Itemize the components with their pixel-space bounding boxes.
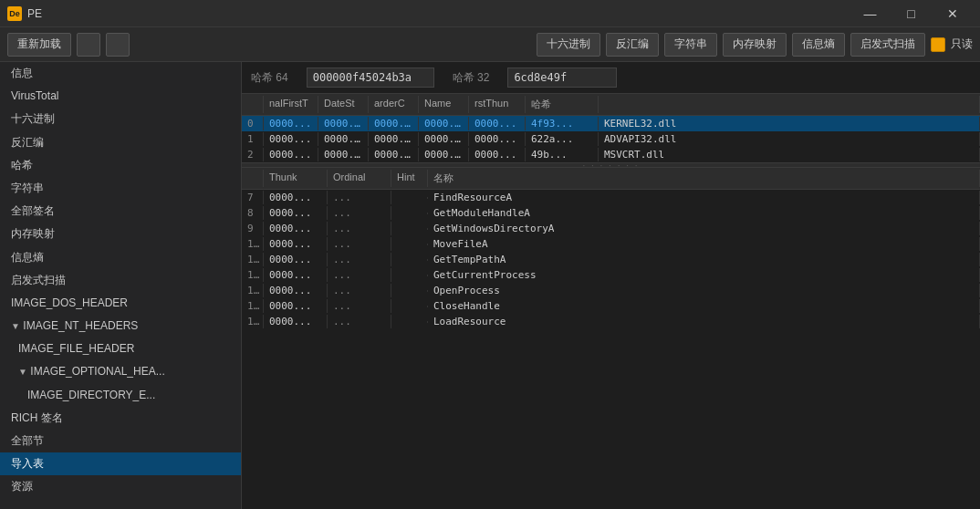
td-hash-1: 622a... [526, 132, 599, 146]
th-rstThun: rstThun [469, 96, 526, 113]
sidebar-item-hash[interactable]: 哈希 [0, 154, 241, 177]
td-iat-2: 0000... [469, 148, 526, 161]
readonly-label: 只读 [951, 36, 973, 52]
tab-heuristic[interactable]: 启发式扫描 [850, 33, 925, 57]
sidebar: 信息 VirusTotal 十六进制 反汇编 哈希 字符串 全部签名 内存映射 … [0, 62, 242, 509]
minimize-button[interactable]: — [850, 0, 891, 27]
func-idx-13: 13 [242, 284, 264, 297]
sidebar-item-sections[interactable]: 全部节 [0, 430, 241, 452]
sidebar-item-rich[interactable]: RICH 签名 [0, 407, 241, 430]
window-controls: — □ ✕ [850, 0, 973, 27]
import-top-header: nalFirstT DateSt arderC Name rstThun 哈希 [242, 94, 980, 116]
func-row-7[interactable]: 7 0000... ... FindResourceA [242, 190, 980, 205]
readonly-checkbox[interactable] [931, 37, 945, 52]
tab-strings[interactable]: 字符串 [664, 33, 717, 57]
td-name-rva-2: 0000... [419, 148, 469, 161]
func-row-14[interactable]: 14 0000... ... CloseHandle [242, 298, 980, 314]
bottom-section: Thunk Ordinal Hint 名称 7 0000... ... Find… [242, 168, 980, 509]
func-name-13: OpenProcess [428, 284, 980, 297]
func-row-11[interactable]: 11 0000... ... GetTempPathA [242, 252, 980, 267]
sidebar-item-hex[interactable]: 十六进制 [0, 108, 241, 130]
sidebar-item-virustotal[interactable]: VirusTotal [0, 85, 241, 108]
import-dll-row-1[interactable]: 1 0000... 0000... 0000... 0000... 0000..… [242, 131, 980, 147]
toolbar-btn2[interactable] [106, 33, 130, 57]
func-hint-11 [391, 259, 428, 261]
app-icon: De [7, 6, 22, 21]
func-idx-7: 7 [242, 191, 264, 204]
tab-disasm[interactable]: 反汇编 [606, 33, 659, 57]
td-datestamp-1: 0000... [318, 132, 369, 146]
func-thunk-13: 0000... [264, 284, 328, 297]
td-dllname-0: KERNEL32.dll [599, 117, 980, 130]
tab-memmap[interactable]: 内存映射 [723, 33, 787, 57]
sidebar-item-dos-header[interactable]: IMAGE_DOS_HEADER [0, 292, 241, 315]
td-first-thunk-1: 0000... [264, 132, 318, 146]
td-datestamp-2: 0000... [318, 148, 369, 161]
toolbar: 重新加载 十六进制 反汇编 字符串 内存映射 信息熵 启发式扫描 只读 [0, 27, 980, 62]
sidebar-item-import-table[interactable]: 导入表 [0, 452, 241, 475]
hash-32-input[interactable] [507, 68, 617, 88]
func-row-9[interactable]: 9 0000... ... GetWindowsDirectoryA [242, 221, 980, 236]
sidebar-item-signatures[interactable]: 全部签名 [0, 200, 241, 223]
func-ordinal-10: ... [328, 237, 391, 251]
sidebar-item-optional-header[interactable]: ▼ IMAGE_OPTIONAL_HEA... [0, 360, 241, 383]
hash-32-label: 哈希 32 [453, 70, 490, 86]
sidebar-item-strings[interactable]: 字符串 [0, 177, 241, 200]
func-row-13[interactable]: 13 0000... ... OpenProcess [242, 283, 980, 298]
func-hint-9 [391, 228, 428, 230]
func-name-14: CloseHandle [428, 299, 980, 313]
func-ordinal-9: ... [328, 222, 391, 235]
sidebar-item-disasm[interactable]: 反汇编 [0, 131, 241, 154]
bth-ordinal: Ordinal [328, 170, 391, 187]
td-first-thunk-0: 0000... [264, 117, 318, 130]
maximize-button[interactable]: □ [891, 0, 932, 27]
func-name-8: GetModuleHandleA [428, 206, 980, 220]
sidebar-item-nt-headers[interactable]: ▼ IMAGE_NT_HEADERS [0, 315, 241, 338]
tab-hex[interactable]: 十六进制 [537, 33, 600, 57]
func-ordinal-15: ... [328, 315, 391, 328]
func-thunk-14: 0000... [264, 299, 328, 313]
sidebar-item-directory-entry[interactable]: IMAGE_DIRECTORY_E... [0, 384, 241, 407]
import-dll-row-0[interactable]: 0 0000... 0000... 0000... 0000... 0000..… [242, 116, 980, 131]
th-nalFirstT: nalFirstT [264, 96, 318, 113]
th-arderC: arderC [369, 96, 419, 113]
toolbar-btn1[interactable] [77, 33, 100, 57]
sidebar-item-memmap[interactable]: 内存映射 [0, 223, 241, 245]
func-ordinal-12: ... [328, 268, 391, 282]
hash-64-input[interactable] [307, 68, 434, 88]
func-row-8[interactable]: 8 0000... ... GetModuleHandleA [242, 205, 980, 221]
func-ordinal-7: ... [328, 191, 391, 204]
bottom-table-body[interactable]: 7 0000... ... FindResourceA 8 0000... ..… [242, 190, 980, 509]
func-idx-8: 8 [242, 206, 264, 220]
func-hint-14 [391, 306, 428, 307]
td-forwarder-0: 0000... [369, 117, 419, 130]
func-name-12: GetCurrentProcess [428, 268, 980, 282]
func-thunk-11: 0000... [264, 253, 328, 266]
bth-thunk: Thunk [264, 170, 328, 187]
sidebar-item-resources[interactable]: 资源 [0, 475, 241, 498]
hash-section: 哈希 64 哈希 32 [242, 62, 980, 94]
func-hint-12 [391, 275, 428, 276]
func-row-15[interactable]: 15 0000... ... LoadResource [242, 314, 980, 329]
td-idx-2: 2 [242, 148, 264, 161]
func-hint-10 [391, 244, 428, 245]
func-ordinal-11: ... [328, 253, 391, 266]
td-forwarder-1: 0000... [369, 132, 419, 146]
td-hash-0: 4f93... [526, 117, 599, 130]
close-button[interactable]: ✕ [932, 0, 973, 27]
func-row-12[interactable]: 12 0000... ... GetCurrentProcess [242, 267, 980, 283]
sidebar-item-entropy[interactable]: 信息熵 [0, 246, 241, 269]
func-thunk-12: 0000... [264, 268, 328, 282]
func-thunk-7: 0000... [264, 191, 328, 204]
func-row-10[interactable]: 10 0000... ... MoveFileA [242, 236, 980, 252]
th-idx [242, 96, 264, 113]
sidebar-item-file-header[interactable]: IMAGE_FILE_HEADER [0, 338, 241, 360]
sidebar-item-heuristic[interactable]: 启发式扫描 [0, 269, 241, 292]
func-thunk-15: 0000... [264, 315, 328, 328]
reload-button[interactable]: 重新加载 [7, 33, 71, 57]
th-Name: Name [419, 96, 469, 113]
tab-entropy[interactable]: 信息熵 [792, 33, 845, 57]
td-iat-0: 0000... [469, 117, 526, 130]
sidebar-item-info[interactable]: 信息 [0, 62, 241, 85]
func-name-9: GetWindowsDirectoryA [428, 222, 980, 235]
